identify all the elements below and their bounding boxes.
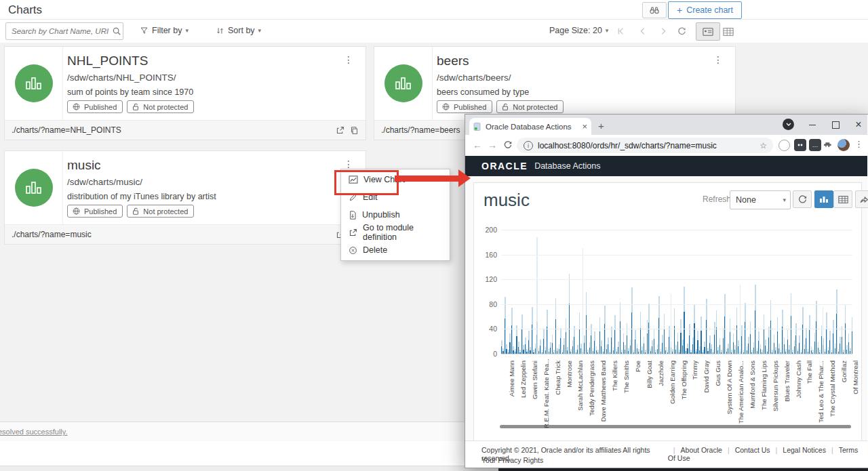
oracle-logo: ORACLE <box>481 161 528 171</box>
bar <box>572 346 573 354</box>
bar <box>692 344 693 354</box>
bar <box>765 346 766 354</box>
bar <box>694 323 694 354</box>
extension-icon[interactable]: … <box>809 139 821 151</box>
table-view-button[interactable] <box>833 190 852 208</box>
extension-icon[interactable] <box>778 140 790 151</box>
bar <box>777 331 778 354</box>
badge-label: Not protected <box>143 207 188 216</box>
bar <box>644 344 644 354</box>
bar-halo <box>740 285 741 354</box>
bar <box>654 339 654 354</box>
card-endpoint-link[interactable]: ./charts/?name=music <box>12 230 336 239</box>
bar <box>547 327 547 354</box>
browser-tab[interactable]: Oracle Database Actions × <box>469 118 591 135</box>
footer-link[interactable]: Contact Us <box>735 446 770 454</box>
maximize-button[interactable] <box>825 117 846 132</box>
bar <box>809 330 810 354</box>
y-axis-tick-label: 80 <box>474 300 497 308</box>
footer-link[interactable]: Your Privacy Rights <box>481 456 543 464</box>
filter-by-dropdown[interactable]: Filter by ▾ <box>140 26 189 35</box>
footer-link[interactable]: Legal Notices <box>783 446 826 454</box>
browser-window: Oracle Database Actions × + × ← → i loca… <box>465 114 868 468</box>
globe-icon <box>72 102 81 111</box>
table-view-icon <box>723 27 734 37</box>
bar <box>682 346 683 354</box>
badge-label: Published <box>84 207 117 216</box>
site-info-icon[interactable]: i <box>524 141 533 150</box>
card-endpoint-link[interactable]: ./charts/?name=NHL_POINTS <box>12 125 336 135</box>
first-page-button[interactable] <box>614 24 627 38</box>
bar <box>745 322 745 354</box>
search-icon <box>112 26 121 36</box>
prev-page-button[interactable] <box>636 24 650 38</box>
bar <box>669 337 669 354</box>
bar <box>719 345 720 354</box>
menu-item-delete[interactable]: Delete <box>341 241 450 259</box>
forward-icon[interactable]: → <box>486 138 499 152</box>
table-view-toggle[interactable] <box>716 22 741 41</box>
card-menu-kebab-icon[interactable]: ⋮ <box>344 55 353 64</box>
next-page-button[interactable] <box>656 24 670 38</box>
new-tab-button[interactable]: + <box>598 120 604 131</box>
card-menu-kebab-icon[interactable]: ⋮ <box>344 159 353 169</box>
menu-item-go-to-module-definition[interactable]: Go to module definition <box>341 224 450 241</box>
bar <box>674 326 675 354</box>
gridline <box>501 230 852 230</box>
card-uri: /sdw/charts/beers/ <box>437 73 511 83</box>
create-chart-button[interactable]: + Create chart <box>668 1 742 19</box>
x-axis-label: Billy Goat <box>646 361 654 428</box>
bookmark-star-icon[interactable]: ☆ <box>760 141 767 150</box>
card-description: sum of points by team since 1970 <box>67 87 193 97</box>
back-icon[interactable]: ← <box>471 138 484 152</box>
extensions-puzzle-icon[interactable] <box>822 139 835 152</box>
status-message-link[interactable]: esolved successfully. <box>0 428 68 436</box>
x-axis-label: Golden Earring <box>669 361 677 428</box>
x-axis-label: Dave Matthews Band <box>599 361 608 428</box>
bar <box>750 334 751 354</box>
bar <box>635 340 635 354</box>
tab-close-icon[interactable]: × <box>582 121 587 131</box>
chart-view-button[interactable] <box>814 190 833 208</box>
page-size-dropdown[interactable]: Page Size: 20 ▾ <box>549 26 608 35</box>
bar <box>755 310 755 354</box>
refresh-interval-select[interactable]: None ▾ <box>730 190 791 209</box>
minimize-button[interactable] <box>802 117 823 132</box>
bar <box>540 346 540 354</box>
address-input[interactable]: i localhost:8080/ords/hr/_sdw/charts/?na… <box>517 138 773 153</box>
browser-menu-icon[interactable]: ⋮ <box>854 139 863 149</box>
extension-icon[interactable] <box>794 139 806 151</box>
copy-icon[interactable] <box>350 126 359 135</box>
card-footer: ./charts/?name=music <box>5 224 366 244</box>
bar <box>640 328 641 354</box>
find-button[interactable] <box>642 2 667 18</box>
card-menu-kebab-icon[interactable]: ⋮ <box>713 55 723 64</box>
product-name: Database Actions <box>534 161 600 171</box>
chart-type-badge <box>384 64 422 102</box>
refresh-chart-button[interactable] <box>793 190 812 208</box>
annotation-highlight-box <box>334 170 399 195</box>
bar <box>748 344 749 354</box>
avatar[interactable] <box>837 139 850 151</box>
footer-link[interactable]: About Oracle <box>681 446 722 454</box>
window-close-button[interactable]: × <box>848 117 868 132</box>
bar <box>794 346 795 354</box>
browser-update-badge[interactable] <box>783 119 794 130</box>
reload-list-button[interactable] <box>675 24 688 38</box>
sort-by-dropdown[interactable]: Sort by ▾ <box>216 26 261 35</box>
open-in-new-icon[interactable] <box>336 126 344 135</box>
bar <box>704 347 705 354</box>
x-axis-label: Silversun Pickups <box>772 361 780 428</box>
bar <box>501 346 502 354</box>
bar <box>684 312 684 354</box>
x-axis-label: Gwen Stefani <box>531 361 539 428</box>
reload-icon[interactable] <box>501 138 515 152</box>
menu-item-unpublish[interactable]: Unpublish <box>341 206 450 224</box>
search-box[interactable] <box>5 22 123 40</box>
bar <box>630 346 631 354</box>
bar <box>728 348 728 354</box>
x-axis-label: Led Zeppelin <box>519 361 528 428</box>
search-input[interactable] <box>10 23 112 39</box>
chart-view-content: music Refresh None ▾ 04080120160200Aimee <box>465 176 867 441</box>
share-button[interactable] <box>855 190 868 208</box>
